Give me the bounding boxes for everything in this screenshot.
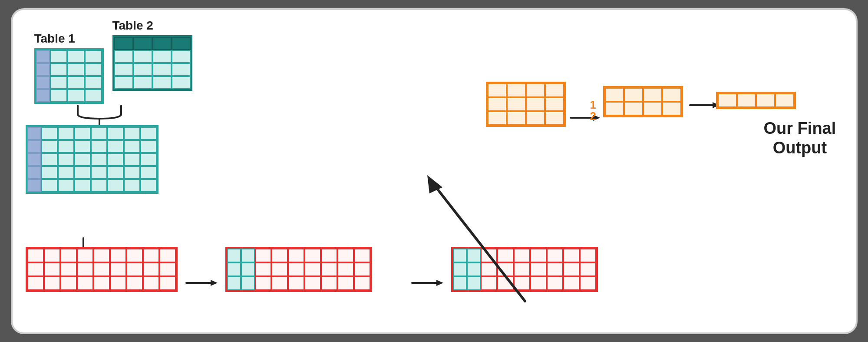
- cell: [114, 50, 133, 63]
- cell: [27, 249, 44, 262]
- cell: [77, 276, 93, 290]
- cell: [114, 37, 133, 50]
- cell: [41, 153, 58, 166]
- arrow-right-o1-svg: [571, 111, 605, 124]
- cell: [41, 127, 58, 140]
- cell: [36, 89, 50, 102]
- cell: [152, 50, 172, 63]
- table1-group: Table 1: [34, 32, 104, 104]
- cell: [114, 63, 133, 76]
- cell: [107, 179, 124, 192]
- cell: [507, 83, 526, 97]
- table1-label: Table 1: [34, 32, 104, 46]
- cell: [91, 166, 107, 179]
- cell: [255, 249, 271, 262]
- cell: [605, 102, 624, 116]
- cell: [133, 63, 152, 76]
- cell: [124, 153, 140, 166]
- cell: [563, 276, 580, 290]
- cell: [133, 50, 152, 63]
- cell: [775, 93, 794, 107]
- cell: [74, 179, 91, 192]
- cell: [140, 140, 157, 153]
- cell: [50, 89, 67, 102]
- cell: [526, 111, 545, 125]
- cell: [91, 153, 107, 166]
- cell: [643, 88, 662, 102]
- arrow-right-1-svg: [186, 276, 221, 289]
- cell: [140, 153, 157, 166]
- cell: [85, 76, 102, 89]
- cell: [304, 276, 321, 290]
- cell: [143, 249, 159, 262]
- cell: [67, 50, 85, 63]
- cell: [337, 276, 354, 290]
- cell: [110, 262, 126, 276]
- cell: [507, 111, 526, 125]
- cell: [580, 276, 596, 290]
- svg-line-8: [432, 182, 525, 301]
- orange-table3: [716, 92, 796, 109]
- fraction-denominator: 2: [590, 110, 596, 123]
- cell: [27, 179, 41, 192]
- cell: [152, 63, 172, 76]
- cell: [41, 166, 58, 179]
- cell: [288, 249, 304, 262]
- cell: [93, 276, 110, 290]
- cell: [159, 249, 176, 262]
- cell: [662, 88, 681, 102]
- cell: [288, 276, 304, 290]
- cell: [124, 166, 140, 179]
- cell: [563, 262, 580, 276]
- final-output-line2: Output: [773, 139, 827, 157]
- redteal-table: [225, 247, 372, 292]
- cell: [36, 76, 50, 89]
- cell: [152, 37, 172, 50]
- cell: [526, 97, 545, 111]
- cell: [74, 140, 91, 153]
- cell: [321, 262, 337, 276]
- cell: [107, 127, 124, 140]
- cell: [85, 89, 102, 102]
- cell: [159, 262, 176, 276]
- cell: [44, 262, 60, 276]
- cell: [27, 153, 41, 166]
- cell: [133, 37, 152, 50]
- orange-table2: [603, 86, 683, 117]
- cell: [545, 111, 564, 125]
- cell: [50, 50, 67, 63]
- cell: [304, 262, 321, 276]
- cell: [77, 249, 93, 262]
- cell: [563, 249, 580, 262]
- cell: [337, 249, 354, 262]
- arrow-right-1: [186, 276, 221, 291]
- final-output-line1: Our Final: [764, 119, 836, 137]
- cell: [124, 179, 140, 192]
- orange-table2-group: [603, 86, 683, 117]
- cell: [227, 262, 241, 276]
- cell: [110, 276, 126, 290]
- diagonal-arrow: [403, 158, 555, 316]
- cell: [172, 63, 191, 76]
- cell: [41, 179, 58, 192]
- table2-group: Table 2: [112, 19, 192, 91]
- table2-label: Table 2: [112, 19, 192, 33]
- cell: [74, 153, 91, 166]
- cell: [27, 127, 41, 140]
- cell: [77, 262, 93, 276]
- cell: [140, 179, 157, 192]
- cell: [67, 89, 85, 102]
- cell: [91, 140, 107, 153]
- cell: [580, 262, 596, 276]
- cell: [74, 127, 91, 140]
- cell: [605, 88, 624, 102]
- cell: [50, 63, 67, 76]
- arrow-right-orange-1: [571, 111, 605, 126]
- cell: [321, 276, 337, 290]
- merged-table-group: [26, 125, 158, 194]
- cell: [91, 127, 107, 140]
- cell: [718, 93, 737, 107]
- cell: [67, 63, 85, 76]
- cell: [172, 50, 191, 63]
- redteal-table-group: [225, 247, 372, 292]
